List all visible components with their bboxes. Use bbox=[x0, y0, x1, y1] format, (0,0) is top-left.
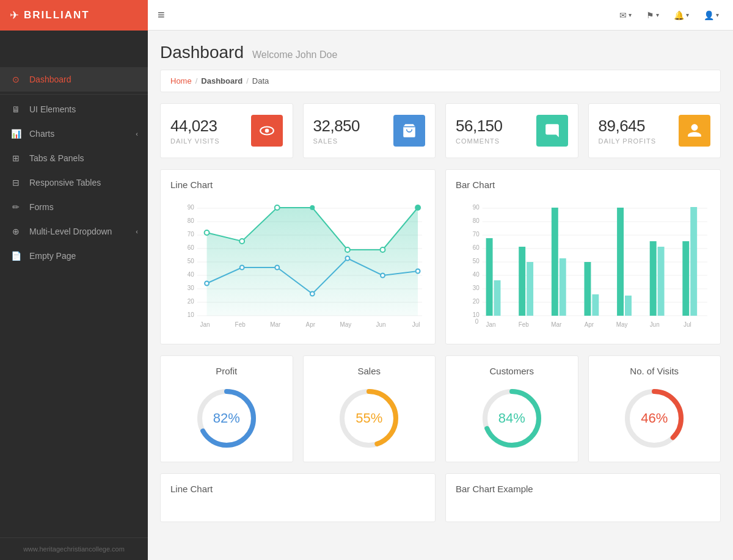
top-nav-right: ✉ ▾ ⚑ ▾ 🔔 ▾ 👤 ▾ bbox=[615, 8, 723, 23]
svg-rect-75 bbox=[690, 207, 697, 316]
svg-rect-65 bbox=[527, 262, 533, 316]
hamburger-icon[interactable]: ≡ bbox=[158, 8, 165, 22]
svg-text:60: 60 bbox=[188, 244, 194, 251]
svg-point-26 bbox=[345, 247, 350, 252]
svg-text:Jan: Jan bbox=[200, 321, 210, 328]
svg-text:70: 70 bbox=[473, 231, 480, 238]
svg-text:30: 30 bbox=[473, 285, 480, 291]
sidebar-label-charts: Charts bbox=[29, 129, 136, 139]
page-title: Dashboard bbox=[160, 43, 244, 62]
flag-arrow: ▾ bbox=[656, 12, 659, 18]
svg-text:Mar: Mar bbox=[270, 321, 281, 328]
sidebar-item-charts[interactable]: 📊 Charts ‹ bbox=[0, 122, 148, 146]
bell-icon: 🔔 bbox=[674, 10, 684, 20]
stat-label-sales: SALES bbox=[313, 137, 360, 145]
svg-rect-67 bbox=[560, 258, 566, 316]
svg-text:0: 0 bbox=[475, 318, 479, 325]
donut-title-profit: Profit bbox=[170, 366, 283, 376]
svg-text:Jul: Jul bbox=[684, 321, 691, 328]
sidebar-item-dashboard[interactable]: ⊙ Dashboard bbox=[0, 67, 148, 92]
svg-text:80: 80 bbox=[188, 217, 194, 224]
sidebar-label-responsive-tables: Responsive Tables bbox=[29, 178, 138, 187]
svg-point-29 bbox=[205, 282, 209, 286]
svg-rect-63 bbox=[494, 280, 501, 316]
breadcrumb-sep1: / bbox=[195, 76, 198, 85]
svg-point-25 bbox=[310, 205, 315, 210]
sidebar-item-forms[interactable]: ✏ Forms bbox=[0, 195, 148, 219]
svg-text:30: 30 bbox=[188, 285, 194, 291]
flag-icon: ⚑ bbox=[646, 10, 654, 20]
donut-card-customers: Customers 84% bbox=[445, 355, 578, 462]
charts-icon: 📊 bbox=[10, 129, 22, 139]
svg-text:Feb: Feb bbox=[519, 321, 530, 328]
svg-text:90: 90 bbox=[473, 204, 480, 211]
donut-customers: 84% bbox=[478, 385, 545, 452]
sidebar-item-responsive-tables[interactable]: ⊟ Responsive Tables bbox=[0, 170, 148, 195]
breadcrumb-sep2: / bbox=[246, 76, 249, 85]
donut-title-visits: No. of Visits bbox=[599, 366, 711, 376]
sidebar-label-forms: Forms bbox=[29, 202, 138, 212]
svg-rect-69 bbox=[592, 294, 599, 316]
bar-chart-svg: 90 80 70 60 50 40 30 20 10 0 bbox=[456, 197, 710, 332]
svg-text:Mar: Mar bbox=[551, 321, 562, 328]
svg-text:Jun: Jun bbox=[650, 321, 660, 328]
ui-elements-icon: 🖥 bbox=[10, 104, 22, 114]
sidebar-item-ui-elements[interactable]: 🖥 UI Elements bbox=[0, 97, 148, 122]
stat-label-visits: DAILY VISITS bbox=[170, 137, 220, 145]
breadcrumb-home[interactable]: Home bbox=[170, 76, 192, 85]
svg-rect-66 bbox=[552, 208, 558, 316]
sidebar-label-tabs-panels: Tabs & Panels bbox=[29, 153, 138, 163]
svg-text:70: 70 bbox=[188, 231, 194, 238]
flag-nav-btn[interactable]: ⚑ ▾ bbox=[642, 8, 663, 23]
bar-chart-card: Bar Chart 90 80 70 60 50 40 30 20 10 0 bbox=[445, 169, 721, 344]
svg-rect-74 bbox=[682, 241, 689, 316]
svg-text:20: 20 bbox=[473, 298, 480, 305]
sidebar-item-multi-level[interactable]: ⊕ Multi-Level Dropdown ‹ bbox=[0, 219, 148, 244]
svg-text:Feb: Feb bbox=[235, 321, 246, 328]
svg-rect-73 bbox=[658, 247, 665, 316]
breadcrumb: Home / Dashboard / Data bbox=[160, 70, 721, 92]
svg-point-23 bbox=[239, 239, 244, 244]
sidebar-item-empty-page[interactable]: 📄 Empty Page bbox=[0, 244, 148, 268]
donut-card-profit: Profit 82% bbox=[160, 355, 293, 462]
mail-arrow: ▾ bbox=[629, 12, 632, 18]
line-chart-title: Line Chart bbox=[170, 180, 425, 190]
svg-point-33 bbox=[345, 256, 349, 261]
stat-label-profits: DAILY PROFITS bbox=[599, 137, 657, 145]
brand-name: BRILLIANT bbox=[24, 9, 90, 21]
bottom-card-bar: Bar Chart Example bbox=[445, 473, 721, 522]
breadcrumb-dashboard: Dashboard bbox=[201, 76, 243, 85]
svg-text:10: 10 bbox=[473, 311, 480, 318]
svg-point-28 bbox=[415, 205, 421, 211]
svg-text:May: May bbox=[340, 321, 352, 328]
stat-icon-visits bbox=[251, 115, 283, 147]
user-nav-btn[interactable]: 👤 ▾ bbox=[699, 8, 723, 23]
sidebar-item-tabs-panels[interactable]: ⊞ Tabs & Panels bbox=[0, 146, 148, 170]
breadcrumb-data: Data bbox=[252, 76, 269, 85]
svg-text:40: 40 bbox=[473, 271, 480, 278]
svg-point-27 bbox=[381, 247, 385, 252]
svg-point-34 bbox=[381, 274, 385, 278]
donut-row: Profit 82% Sales 55% bbox=[160, 355, 721, 462]
bar-chart-title: Bar Chart bbox=[456, 180, 710, 190]
stat-value-visits: 44,023 bbox=[170, 117, 220, 136]
svg-point-35 bbox=[416, 269, 420, 274]
mail-nav-btn[interactable]: ✉ ▾ bbox=[615, 8, 636, 23]
stat-cards: 44,023 DAILY VISITS 32,850 SALES 56,15 bbox=[160, 103, 721, 158]
svg-rect-62 bbox=[486, 238, 493, 316]
donut-title-customers: Customers bbox=[456, 366, 568, 376]
line-chart-svg: 90 80 70 60 50 40 30 20 10 bbox=[170, 197, 425, 332]
svg-marker-21 bbox=[207, 208, 418, 316]
sidebar-footer: www.heritagechristiancollege.com bbox=[0, 537, 148, 560]
svg-rect-70 bbox=[617, 208, 624, 316]
stat-value-profits: 89,645 bbox=[599, 117, 657, 136]
bell-nav-btn[interactable]: 🔔 ▾ bbox=[669, 8, 693, 23]
stat-icon-profits bbox=[679, 115, 710, 147]
svg-text:90: 90 bbox=[188, 204, 194, 211]
donut-card-sales: Sales 55% bbox=[303, 355, 436, 462]
svg-text:Jan: Jan bbox=[486, 321, 496, 328]
svg-text:20: 20 bbox=[188, 298, 194, 305]
multi-level-icon: ⊕ bbox=[10, 227, 22, 236]
stat-card-comments: 56,150 COMMENTS bbox=[445, 103, 578, 158]
svg-rect-64 bbox=[519, 247, 525, 316]
